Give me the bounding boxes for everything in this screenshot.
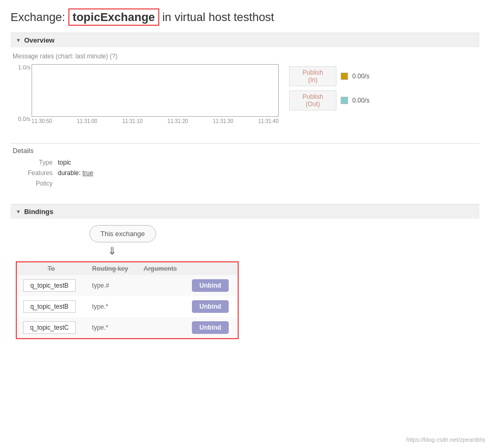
chart-y-labels: 1.0/s 0.0/s bbox=[11, 64, 30, 122]
table-row: q_topic_testB type.# Unbind bbox=[17, 275, 238, 296]
details-table: Type topic Features durable: true Policy bbox=[16, 159, 479, 187]
bindings-tbody: q_topic_testB type.# Unbind q_topic_test… bbox=[17, 275, 238, 338]
details-body: Details Type topic Features durable: tru… bbox=[11, 144, 479, 196]
chart-container: 1.0/s 0.0/s 11:30:50 11:31:00 11:31:10 1… bbox=[11, 64, 279, 124]
bindings-table: To Routing key Arguments q_topic_testB t… bbox=[17, 262, 238, 338]
publish-out-value: 0.00/s bbox=[352, 97, 370, 104]
message-rates-label: Message rates (chart: last minute) (?) bbox=[11, 53, 479, 60]
routing-key-cell: type.* bbox=[86, 317, 137, 338]
x-label-3: 11:31:20 bbox=[168, 118, 188, 124]
routing-key-cell: type.* bbox=[86, 296, 137, 317]
chart-x-labels: 11:30:50 11:31:00 11:31:10 11:31:20 11:3… bbox=[32, 118, 279, 124]
details-row-type: Type topic bbox=[16, 159, 479, 166]
table-row: q_topic_testB type.* Unbind bbox=[17, 296, 238, 317]
x-label-5: 11:31:40 bbox=[258, 118, 279, 124]
details-row-features: Features durable: true bbox=[16, 169, 479, 177]
page-title: Exchange: topicExchange in virtual host … bbox=[11, 11, 479, 24]
legend-area: Publish(In) 0.00/s Publish(Out) 0.00/s bbox=[289, 66, 370, 110]
col-to: To bbox=[17, 262, 86, 275]
queue-name-box: q_topic_testB bbox=[23, 279, 76, 292]
unbind-cell: Unbind bbox=[186, 296, 238, 317]
legend-item-publish-in: Publish(In) 0.00/s bbox=[289, 66, 370, 86]
publish-out-label: Publish(Out) bbox=[289, 90, 336, 110]
details-row-policy: Policy bbox=[16, 180, 479, 187]
unbind-button[interactable]: Unbind bbox=[192, 300, 228, 313]
bindings-header-row: To Routing key Arguments bbox=[17, 262, 238, 275]
chart-hint: (chart: last minute) (?) bbox=[56, 53, 117, 60]
type-key: Type bbox=[16, 159, 58, 166]
this-exchange-button[interactable]: This exchange bbox=[89, 225, 156, 242]
overview-body: Message rates (chart: last minute) (?) 1… bbox=[11, 47, 479, 135]
queue-cell: q_topic_testB bbox=[17, 296, 86, 317]
queue-cell: q_topic_testB bbox=[17, 275, 86, 296]
features-underline: true bbox=[83, 169, 94, 177]
bindings-table-wrapper: To Routing key Arguments q_topic_testB t… bbox=[16, 261, 239, 339]
down-arrow: ⇓ bbox=[108, 245, 474, 257]
policy-key: Policy bbox=[16, 180, 58, 187]
publish-in-label: Publish(In) bbox=[289, 66, 336, 86]
x-label-2: 11:31:10 bbox=[122, 118, 142, 124]
y-min: 0.0/s bbox=[11, 116, 30, 122]
bindings-body: This exchange ⇓ To Routing key Arguments… bbox=[11, 219, 479, 347]
queue-name-box: q_topic_testC bbox=[23, 321, 76, 334]
unbind-cell: Unbind bbox=[186, 317, 238, 338]
bindings-header[interactable]: ▼ Bindings bbox=[11, 205, 479, 219]
bindings-label: Bindings bbox=[24, 208, 54, 216]
bindings-section: ▼ Bindings This exchange ⇓ To Routing ke… bbox=[11, 204, 479, 347]
collapse-triangle-overview: ▼ bbox=[16, 37, 21, 43]
collapse-triangle-bindings: ▼ bbox=[16, 209, 21, 215]
queue-cell: q_topic_testC bbox=[17, 317, 86, 338]
details-section: Details Type topic Features durable: tru… bbox=[11, 143, 479, 196]
x-label-1: 11:31:00 bbox=[77, 118, 97, 124]
features-val: durable: true bbox=[58, 169, 93, 177]
overview-label: Overview bbox=[24, 36, 55, 44]
x-label-0: 11:30:50 bbox=[32, 118, 52, 124]
exchange-name: topicExchange bbox=[68, 8, 159, 26]
overview-header[interactable]: ▼ Overview bbox=[11, 33, 479, 47]
publish-in-color bbox=[341, 73, 348, 80]
col-action bbox=[186, 262, 238, 275]
arguments-cell bbox=[137, 296, 186, 317]
y-max: 1.0/s bbox=[11, 64, 30, 70]
arguments-cell bbox=[137, 317, 186, 338]
unbind-button[interactable]: Unbind bbox=[192, 321, 228, 334]
publish-out-color bbox=[341, 97, 348, 104]
col-arguments: Arguments bbox=[137, 262, 186, 275]
unbind-button[interactable]: Unbind bbox=[192, 279, 228, 292]
chart-area: 1.0/s 0.0/s 11:30:50 11:31:00 11:31:10 1… bbox=[11, 64, 479, 124]
details-title: Details bbox=[11, 147, 479, 155]
publish-in-value: 0.00/s bbox=[352, 73, 370, 80]
queue-name-box: q_topic_testB bbox=[23, 300, 76, 313]
legend-item-publish-out: Publish(Out) 0.00/s bbox=[289, 90, 370, 110]
table-row: q_topic_testC type.* Unbind bbox=[17, 317, 238, 338]
type-val: topic bbox=[58, 159, 71, 166]
features-key: Features bbox=[16, 169, 58, 177]
overview-section: ▼ Overview Message rates (chart: last mi… bbox=[11, 33, 479, 135]
routing-key-cell: type.# bbox=[86, 275, 137, 296]
unbind-cell: Unbind bbox=[186, 275, 238, 296]
bindings-thead: To Routing key Arguments bbox=[17, 262, 238, 275]
x-label-4: 11:31:30 bbox=[213, 118, 233, 124]
chart-box bbox=[32, 64, 279, 117]
arguments-cell bbox=[137, 275, 186, 296]
col-routing-key: Routing key bbox=[86, 262, 137, 275]
